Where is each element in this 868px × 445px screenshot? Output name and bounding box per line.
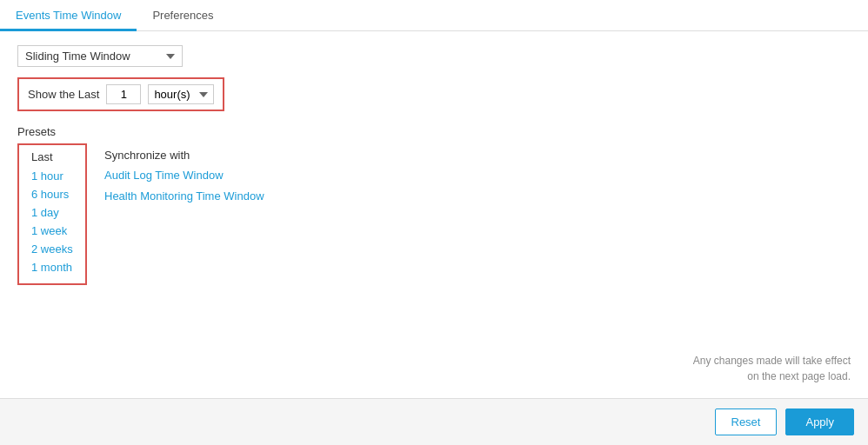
sync-health-monitoring[interactable]: Health Monitoring Time Window xyxy=(104,186,264,207)
preset-1week[interactable]: 1 week xyxy=(31,222,73,240)
notice-text: Any changes made will take effect on the… xyxy=(693,353,851,384)
unit-select[interactable]: hour(s) day(s) week(s) xyxy=(148,84,214,104)
tab-preferences[interactable]: Preferences xyxy=(137,2,229,31)
preset-1hour[interactable]: 1 hour xyxy=(31,167,73,185)
show-last-label: Show the Last xyxy=(28,88,99,101)
tab-bar: Events Time Window Preferences xyxy=(0,0,868,31)
sliding-dropdown-wrap: Sliding Time Window Fixed Time Window xyxy=(17,45,851,67)
last-number-input[interactable] xyxy=(106,84,141,104)
notice-line1: Any changes made will take effect xyxy=(693,353,851,369)
presets-label: Presets xyxy=(17,125,851,138)
preset-1month[interactable]: 1 month xyxy=(31,258,73,276)
sync-audit-log[interactable]: Audit Log Time Window xyxy=(104,165,264,186)
apply-button[interactable]: Apply xyxy=(785,408,854,435)
preset-1day[interactable]: 1 day xyxy=(31,203,73,222)
preset-2weeks[interactable]: 2 weeks xyxy=(31,240,73,258)
show-last-row: Show the Last hour(s) day(s) week(s) xyxy=(17,77,224,111)
footer: Reset Apply xyxy=(0,398,868,445)
main-content: Sliding Time Window Fixed Time Window Sh… xyxy=(0,31,868,398)
time-mode-select[interactable]: Sliding Time Window Fixed Time Window xyxy=(17,45,183,67)
presets-sync-col: Synchronize with Audit Log Time Window H… xyxy=(87,143,264,285)
preset-6hours[interactable]: 6 hours xyxy=(31,185,73,203)
reset-button[interactable]: Reset xyxy=(715,408,778,435)
presets-last-col: Last 1 hour 6 hours 1 day 1 week 2 weeks… xyxy=(17,143,87,285)
tab-events-time-window[interactable]: Events Time Window xyxy=(0,2,137,31)
presets-wrapper: Presets Last 1 hour 6 hours 1 day 1 week… xyxy=(17,125,851,285)
presets-section: Last 1 hour 6 hours 1 day 1 week 2 weeks… xyxy=(17,143,851,285)
sync-header: Synchronize with xyxy=(104,149,264,162)
presets-last-header: Last xyxy=(31,150,73,163)
notice-line2: on the next page load. xyxy=(693,369,851,384)
